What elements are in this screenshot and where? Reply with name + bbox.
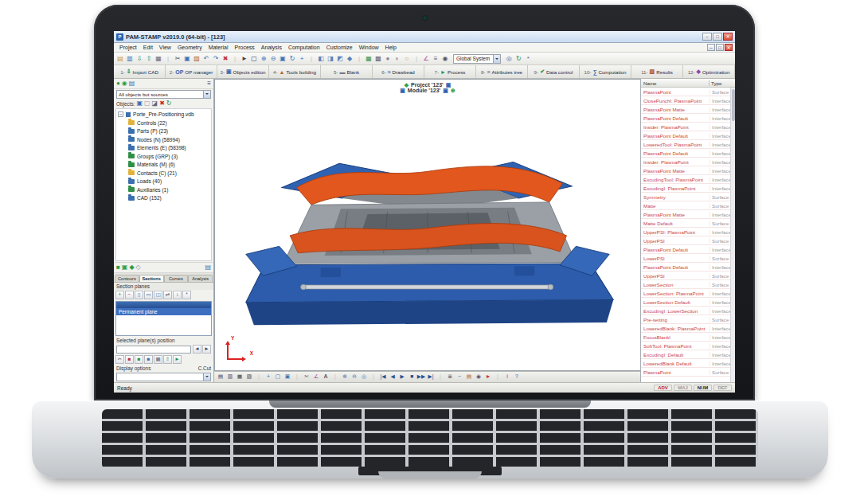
attribute-row[interactable]: PlasmaPoint Matte Interface <box>641 166 735 175</box>
attribute-row[interactable]: ExcudingI: PlasmaPoint Interface <box>641 184 735 193</box>
measure-icon[interactable]: ∠ <box>421 53 431 64</box>
delete-object-icon[interactable]: ✖ <box>159 100 165 107</box>
zoom-previous-icon[interactable]: ⊖ <box>350 373 359 382</box>
panel-menu-icon[interactable]: ≡ <box>207 80 211 87</box>
maximize-button[interactable]: □ <box>713 33 722 41</box>
display-wire-icon[interactable]: ▥ <box>225 373 235 382</box>
first-frame-icon[interactable]: |◀ <box>378 373 388 382</box>
tab[interactable]: Analysis <box>188 275 213 282</box>
workflow-button[interactable]: 11- ▧ Results <box>631 65 683 78</box>
workflow-button[interactable]: 10- ∑ Computation <box>580 65 631 78</box>
section-plane-list[interactable]: Permanent plane <box>115 301 212 336</box>
workflow-button[interactable]: 12- ◆ Optimization <box>683 65 735 78</box>
rotate-view-icon[interactable]: ↻ <box>287 53 297 64</box>
workflow-button[interactable]: 3- ▣ Objects edition <box>217 65 269 78</box>
workflow-button[interactable]: 6- ≈ Drawbead <box>373 65 424 78</box>
display-hidden-icon[interactable]: ▧ <box>244 373 254 382</box>
attribute-row[interactable]: LowerSection: PlasmaPoint Interface <box>641 289 735 298</box>
workflow-button[interactable]: 2- OP OP manager <box>166 65 217 78</box>
attribute-row[interactable]: PlasmaPoint Matte Interface <box>641 210 735 219</box>
zoom-out-icon[interactable]: ⊖ <box>268 53 278 64</box>
objects-mode-icon[interactable]: ● <box>116 80 120 87</box>
add-plane-icon[interactable]: + <box>115 291 124 299</box>
attribute-row[interactable]: UpperPSI Surface <box>641 272 735 280</box>
attribute-row[interactable]: UpperPSI Surface <box>641 236 735 245</box>
transparency-icon[interactable]: ◐ <box>393 53 402 64</box>
plane-z-icon[interactable]: ◫ <box>154 291 162 299</box>
attribute-row[interactable]: Matte Default Surface <box>641 219 735 228</box>
attribute-row[interactable]: PlasmaPoint Surface <box>641 88 735 96</box>
options-icon[interactable]: * <box>523 53 533 64</box>
tree-item[interactable]: CAD (152) <box>116 194 211 203</box>
zoom-in-icon[interactable]: ⊕ <box>259 53 268 64</box>
movie-icon[interactable]: ► <box>483 373 493 382</box>
workflow-button[interactable]: 5- ▬ Blank <box>321 65 373 78</box>
menu-item[interactable]: Project <box>116 45 140 50</box>
pan-view-icon[interactable]: + <box>297 53 307 64</box>
menu-item[interactable]: Help <box>382 45 400 50</box>
object-filter-select[interactable]: All objects but sources <box>116 90 211 99</box>
attribute-row[interactable]: PlasmaPoint Default Interface <box>641 131 735 140</box>
undo-icon[interactable]: ↶ <box>201 53 211 64</box>
pick-part-icon[interactable]: ▣ <box>283 373 292 382</box>
menu-item[interactable]: Analysis <box>258 45 285 50</box>
pick-node-icon[interactable]: + <box>264 373 273 382</box>
object-tree[interactable]: − Porte_Pre-Positioning.vdb Controls (22… <box>115 108 212 261</box>
print-icon[interactable]: ▦ <box>154 53 163 64</box>
cut-view-icon[interactable]: ✂ <box>115 355 124 364</box>
attribute-row[interactable]: ExcudingI: Default Interface <box>641 350 735 359</box>
menu-item[interactable]: Window <box>356 45 382 50</box>
close-button[interactable]: ✕ <box>723 33 733 41</box>
position-decrease-icon[interactable]: ◄ <box>193 345 201 354</box>
tree-item[interactable]: Controls (22) <box>116 119 211 127</box>
attribute-row[interactable]: LowerSection Default Interface <box>641 298 735 307</box>
curve-icon[interactable]: ~ <box>455 373 464 382</box>
deselect-icon[interactable]: ◇ <box>136 264 141 271</box>
list-mode-icon[interactable]: ▤ <box>129 80 135 87</box>
workflow-button[interactable]: 4- ▲ Tools building <box>269 65 321 78</box>
top-view-icon[interactable]: ◩ <box>335 53 345 64</box>
attribute-row[interactable]: ExcudingI: LowerSection Interface <box>641 307 735 315</box>
mdi-restore-button[interactable]: □ <box>716 44 724 51</box>
attribute-row[interactable]: PlasmaPoint Default Interface <box>641 149 735 158</box>
mdi-minimize-button[interactable]: – <box>707 44 715 51</box>
plane-options-icon[interactable]: * <box>182 291 191 299</box>
report-icon[interactable]: ▤ <box>464 373 474 382</box>
select-icon[interactable]: ► <box>240 53 249 64</box>
move-plane-icon[interactable]: ↕ <box>173 291 182 299</box>
camera-icon[interactable]: ◉ <box>440 53 450 64</box>
snapshot-icon[interactable]: ◉ <box>474 373 483 382</box>
front-view-icon[interactable]: ◧ <box>316 53 326 64</box>
delete-icon[interactable]: ✖ <box>221 53 230 64</box>
attribute-row[interactable]: Insider: PlasmaPoint Interface <box>641 123 735 131</box>
minimize-button[interactable]: – <box>702 33 712 41</box>
select-surface-icon[interactable]: ▣ <box>122 264 128 271</box>
hide-all-icon[interactable]: ▢ <box>144 100 150 107</box>
remove-plane-icon[interactable]: − <box>125 291 134 299</box>
menu-item[interactable]: Customize <box>323 45 356 50</box>
display-mode-select[interactable] <box>116 373 211 381</box>
attribute-row[interactable]: LoweredBlank: PlasmaPoint Interface <box>641 324 735 333</box>
notes-icon[interactable]: ▤ <box>205 264 211 271</box>
attribute-row[interactable]: PlasmaPoint Default Interface <box>641 245 735 254</box>
play-icon[interactable]: ▶ <box>397 373 407 382</box>
menu-item[interactable]: Material <box>205 45 232 50</box>
plane-x-icon[interactable]: ▯ <box>135 291 143 299</box>
plane-list-item-selected[interactable]: Permanent plane <box>116 308 211 315</box>
attribute-row[interactable]: LoweredBlank Default Interface <box>641 359 735 368</box>
copy-icon[interactable]: ▣ <box>182 53 192 64</box>
attribute-row[interactable]: PlasmaPoint Default Interface <box>641 263 735 272</box>
module-save-icon[interactable]: ▣ <box>443 88 448 93</box>
zoom-window-icon[interactable]: ⊕ <box>340 373 350 382</box>
last-frame-icon[interactable]: ▶| <box>426 373 436 382</box>
label-icon[interactable]: A <box>321 373 330 382</box>
open-project-icon[interactable]: ▤ <box>115 53 125 64</box>
display-shade-icon[interactable]: ▦ <box>235 373 244 382</box>
module-add-icon[interactable]: ⊕ <box>451 88 455 93</box>
coordinate-system-select[interactable]: Global System <box>453 54 501 64</box>
flip-plane-icon[interactable]: ⇄ <box>163 291 172 299</box>
select-volume-icon[interactable]: ◆ <box>129 264 134 271</box>
side-view-icon[interactable]: ◨ <box>326 53 335 64</box>
annotation-icon[interactable]: ≡ <box>431 53 440 64</box>
mdi-close-button[interactable]: ✕ <box>725 44 733 51</box>
